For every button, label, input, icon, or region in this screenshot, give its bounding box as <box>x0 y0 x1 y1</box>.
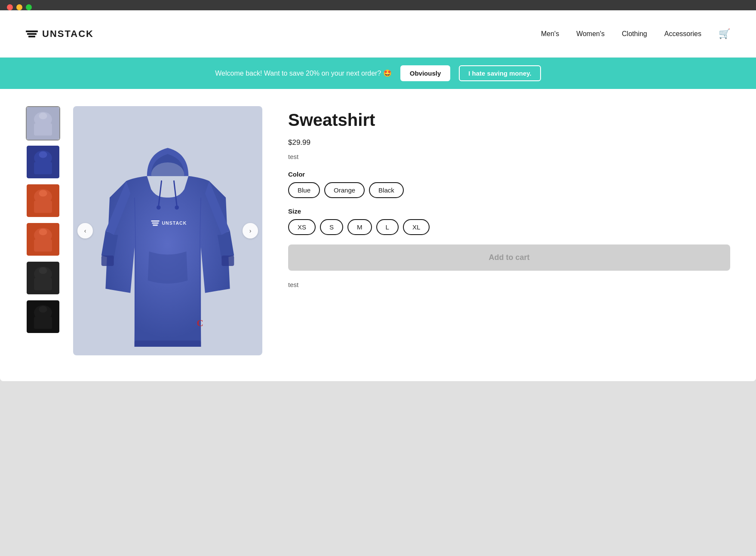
logo-text: UNSTACK <box>42 28 94 40</box>
svg-point-28 <box>175 205 179 210</box>
svg-point-3 <box>39 113 47 119</box>
size-option-l[interactable]: L <box>376 219 399 235</box>
svg-point-19 <box>39 267 47 274</box>
svg-rect-10 <box>34 201 52 213</box>
svg-rect-34 <box>153 225 158 226</box>
logo-layer-3 <box>28 36 35 37</box>
size-option-xl[interactable]: XL <box>403 219 430 235</box>
color-option-orange[interactable]: Orange <box>324 182 365 198</box>
color-options: Blue Orange Black <box>288 182 730 198</box>
add-to-cart-button[interactable]: Add to cart <box>288 244 730 271</box>
color-option-black[interactable]: Black <box>369 182 404 198</box>
svg-point-27 <box>157 205 161 210</box>
thumbnail-3[interactable] <box>26 222 60 257</box>
thumbnail-4[interactable] <box>26 261 60 295</box>
logo: UNSTACK <box>26 28 94 40</box>
thumbnail-1[interactable] <box>26 145 60 179</box>
promo-text: Welcome back! Want to save 20% on your n… <box>215 69 391 77</box>
svg-rect-29 <box>101 256 114 266</box>
svg-rect-30 <box>221 256 234 266</box>
logo-layer-2 <box>27 33 37 35</box>
color-label: Color <box>288 171 730 178</box>
maximize-dot[interactable] <box>26 4 32 10</box>
product-price: $29.99 <box>288 138 730 147</box>
thumbnail-list <box>26 106 65 355</box>
thumbnail-2[interactable] <box>26 183 60 218</box>
main-image-wrap: UNSTACK C ‹ › <box>73 106 262 355</box>
svg-rect-33 <box>152 223 158 224</box>
logo-layer-1 <box>26 31 38 32</box>
svg-rect-6 <box>34 162 52 174</box>
svg-point-23 <box>39 306 47 312</box>
product-description: test <box>288 153 730 160</box>
nav-womens[interactable]: Women's <box>576 30 605 38</box>
nav-clothing[interactable]: Clothing <box>622 30 647 38</box>
svg-point-15 <box>39 229 47 235</box>
size-options: XS S M L XL <box>288 219 730 235</box>
hoodie-svg: UNSTACK C <box>95 115 241 347</box>
size-option-m[interactable]: M <box>347 219 372 235</box>
size-option-xs[interactable]: XS <box>288 219 316 235</box>
carousel-next-button[interactable]: › <box>243 223 258 238</box>
carousel-prev-button[interactable]: ‹ <box>77 223 93 238</box>
main-product-image: UNSTACK C <box>73 106 262 355</box>
svg-point-11 <box>39 190 47 196</box>
promo-banner: Welcome back! Want to save 20% on your n… <box>0 58 756 89</box>
product-section: UNSTACK C ‹ › Sweats <box>0 89 756 381</box>
logo-icon <box>26 31 38 37</box>
svg-rect-32 <box>151 220 159 222</box>
hate-saving-button[interactable]: I hate saving money. <box>459 65 541 81</box>
product-title: Sweatshirt <box>288 110 730 130</box>
nav-mens[interactable]: Men's <box>541 30 559 38</box>
svg-rect-14 <box>34 239 52 252</box>
chevron-right-icon: › <box>249 227 252 234</box>
thumbnail-5[interactable] <box>26 299 60 334</box>
product-details: Sweatshirt $29.99 test Color Blue Orange… <box>288 106 730 355</box>
close-dot[interactable] <box>7 4 13 10</box>
svg-text:UNSTACK: UNSTACK <box>162 221 187 226</box>
site-header: UNSTACK Men's Women's Clothing Accessori… <box>0 10 756 58</box>
svg-rect-22 <box>34 317 52 329</box>
svg-point-7 <box>39 151 47 158</box>
svg-rect-18 <box>34 278 52 290</box>
site-nav: Men's Women's Clothing Accessories 🛒 <box>541 28 730 40</box>
color-option-blue[interactable]: Blue <box>288 182 320 198</box>
browser-window: UNSTACK Men's Women's Clothing Accessori… <box>0 10 756 381</box>
minimize-dot[interactable] <box>16 4 22 10</box>
browser-chrome <box>0 0 756 10</box>
thumbnail-0[interactable] <box>26 106 60 141</box>
svg-rect-2 <box>34 123 52 136</box>
size-label: Size <box>288 208 730 215</box>
obviously-button[interactable]: Obviously <box>400 65 451 81</box>
svg-rect-31 <box>135 341 201 347</box>
chevron-left-icon: ‹ <box>84 227 86 234</box>
product-footer-text: test <box>288 281 730 288</box>
cart-icon[interactable]: 🛒 <box>719 28 730 40</box>
svg-point-24 <box>151 162 184 187</box>
size-option-s[interactable]: S <box>320 219 343 235</box>
nav-accessories[interactable]: Accessories <box>664 30 701 38</box>
